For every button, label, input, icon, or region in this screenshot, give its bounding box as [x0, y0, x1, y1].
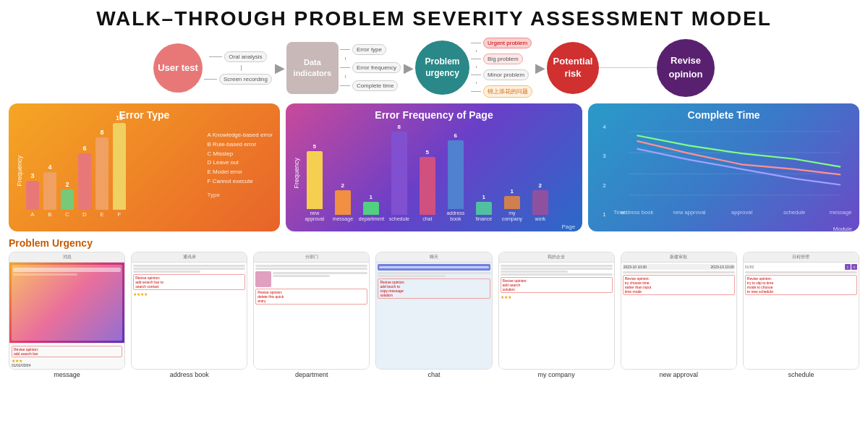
phone-header-address-book: 通讯录: [132, 252, 247, 263]
phone-label-department: department: [295, 371, 328, 378]
svg-text:message: message: [830, 209, 852, 216]
flow-branches-3: Urgent problem Big problem Minor problem…: [469, 38, 534, 98]
phone-screen-new-approval: 新建审批 2023-10 10:00 2023-10 10:00 Revise …: [621, 252, 737, 370]
phone-body-my-company: Revise opinion:add searchsolution ★★★: [499, 263, 614, 369]
phone-wrapper-schedule: 日程管理 01/02 1 9 Revise opinion:try to sli…: [743, 252, 859, 378]
phone-wrapper-chat: 聊天 Revise opinion:add touch tocopy messa…: [375, 252, 492, 378]
flow-node-potential-label: Potentialrisk: [553, 56, 593, 80]
phone-screen-department: 分部门 Revise opinion:delete this quickentr…: [253, 252, 370, 370]
phone-label-my-company: my company: [538, 371, 575, 378]
phone-wrapper-my-company: 我的企业 Revise opinion:add searchsolution ★…: [498, 252, 615, 378]
flow-diagram: User test Oral analysis Screen recording…: [0, 35, 868, 101]
mid-bar-work: 2 work: [528, 182, 553, 222]
error-freq-title: Error Frequency of Page: [293, 109, 575, 121]
phone-body-new-approval: 2023-10 10:00 2023-10 10:00 Revise opini…: [621, 263, 736, 369]
phone-body-department: Revise opinion:delete this quickentry: [254, 263, 369, 369]
problem-urgency-title: Problem Urgency: [9, 237, 859, 249]
flow-node-problem-urgency: Problemurgency: [415, 41, 469, 95]
bar-C: 2 C: [61, 181, 74, 218]
mid-bar-finance: 1 finance: [472, 194, 496, 222]
phone-header-message: 消息: [9, 252, 124, 263]
flow-node-user-test-label: User test: [158, 62, 198, 73]
error-frequency-chart: Error Frequency of Page Frequency 5 new …: [286, 103, 582, 231]
page-title: WALK–THROUGH PROBLEM SEVERITY ASSESSMENT…: [0, 0, 868, 35]
mid-bar-new-approval: 5 new approval: [302, 143, 327, 223]
arrow-1: ▶: [273, 60, 286, 76]
phone-screen-message: 消息 Revise opinion:add search bar ★★★: [9, 252, 125, 370]
mid-bar-address-book: 6 address book: [443, 132, 468, 223]
error-type-title: Error Type: [16, 109, 273, 121]
phone-wrapper-address-book: 通讯录 Revise opinion:add search bar tosear…: [131, 252, 247, 378]
phone-screen-schedule: 日程管理 01/02 1 9 Revise opinion:try to sli…: [743, 252, 859, 370]
arrow-4: [599, 67, 657, 68]
arrow-2: ▶: [402, 60, 415, 76]
svg-text:address book: address book: [621, 209, 654, 216]
phone-label-schedule: schedule: [788, 371, 814, 378]
phone-wrapper-new-approval: 新建审批 2023-10 10:00 2023-10 10:00 Revise …: [621, 252, 737, 378]
phone-body-message: [9, 263, 124, 343]
error-freq-y-label: Frequency: [293, 158, 300, 189]
svg-text:approval: approval: [731, 209, 752, 216]
svg-text:schedule: schedule: [783, 209, 805, 216]
bar-E: 8 E: [95, 129, 109, 218]
error-type-chart: Error Type Frequency 3 A 4 B 2 C: [9, 103, 280, 231]
charts-section: Error Type Frequency 3 A 4 B 2 C: [0, 101, 868, 234]
phone-screen-address-book: 通讯录 Revise opinion:add search bar tosear…: [131, 252, 247, 370]
complete-time-svg: address book new approval approval sched…: [603, 124, 859, 218]
bar-B: 4 B: [43, 163, 56, 218]
flow-node-potential-risk: Potentialrisk: [547, 42, 599, 94]
phone-header-my-company: 我的企业: [499, 252, 614, 263]
flow-node-user-test: User test: [153, 43, 203, 93]
phone-body-chat: Revise opinion:add touch tocopy messages…: [376, 263, 491, 369]
bar-D: 6 D: [78, 145, 91, 218]
flow-node-problem-label: Problemurgency: [425, 56, 460, 79]
flow-branches-1: Oral analysis Screen recording: [203, 51, 273, 85]
error-type-y-label: Frequency: [16, 156, 23, 187]
svg-text:Time: Time: [613, 209, 626, 216]
phone-header-chat: 聊天: [376, 252, 491, 263]
error-type-legend: A Knowledge-based error B Rule-based err…: [203, 124, 273, 218]
phone-label-chat: chat: [427, 371, 440, 378]
svg-text:new approval: new approval: [673, 209, 706, 216]
phone-body-address-book: Revise opinion:add search bar tosearch c…: [132, 263, 247, 369]
phone-header-schedule: 日程管理: [744, 252, 859, 263]
mid-bar-message: 2 message: [331, 182, 355, 222]
mid-bar-chat: 5 chat: [415, 149, 440, 222]
phone-label-address-book: address book: [170, 371, 209, 378]
flow-node-data-label: Dataindicators: [294, 57, 332, 78]
mid-bar-my-company: 1 my company: [500, 188, 524, 223]
phone-screen-my-company: 我的企业 Revise opinion:add searchsolution ★…: [498, 252, 615, 370]
flow-node-revise-label: Revise opinion: [657, 54, 715, 80]
phone-screens-row: 消息 Revise opinion:add search bar ★★★: [9, 252, 859, 378]
arrow-3: ▶: [534, 60, 547, 76]
flow-node-data-indicators: Dataindicators: [286, 42, 339, 94]
mid-bar-department: 1 department: [359, 194, 383, 222]
phone-wrapper-department: 分部门 Revise opinion:delete this quickentr…: [253, 252, 370, 378]
bar-F: 10 F: [113, 114, 126, 218]
complete-time-chart: Complete Time 4 3 2 1 addr: [588, 103, 859, 231]
phone-label-message: message: [54, 371, 80, 378]
phone-body-schedule: 01/02 1 9 Revise opinion:try to slip to …: [744, 263, 859, 369]
problem-urgency-section: Problem Urgency 消息 Rev: [0, 234, 868, 379]
complete-time-title: Complete Time: [595, 109, 852, 121]
flow-node-revise-opinion: Revise opinion: [657, 39, 715, 97]
bar-A: 3 A: [26, 172, 39, 218]
phone-label-new-approval: new approval: [660, 371, 699, 378]
phone-header-department: 分部门: [254, 252, 369, 263]
phone-header-new-approval: 新建审批: [621, 252, 736, 263]
phone-screen-chat: 聊天 Revise opinion:add touch tocopy messa…: [375, 252, 492, 370]
phone-wrapper-message: 消息 Revise opinion:add search bar ★★★: [9, 252, 125, 378]
flow-branches-2: Error type Error frequency Complete time: [339, 44, 402, 91]
mid-bar-schedule: 8 schedule: [387, 124, 412, 222]
